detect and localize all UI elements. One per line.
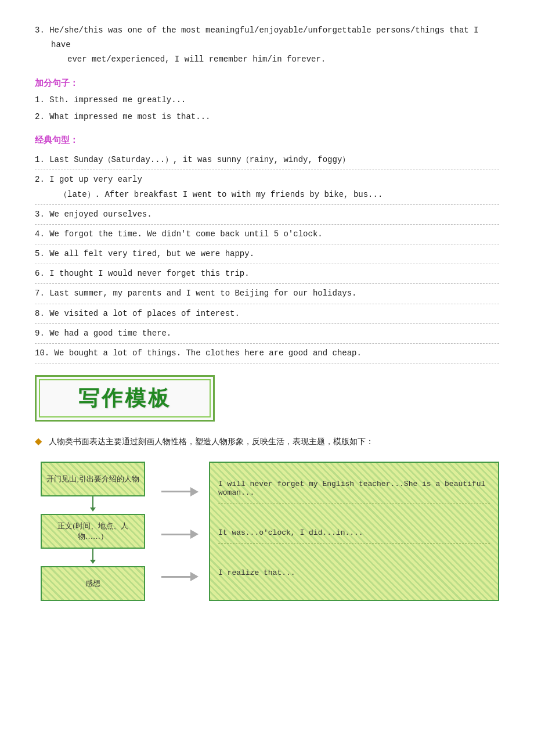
classic-item-5: 5. We all felt very tired, but we were h… [35, 244, 499, 264]
bonus-item-2: 2. What impressed me most is that... [35, 110, 499, 124]
right-section-3: I realize that... [218, 568, 490, 583]
classic-item-6: 6. I thought I would never forget this t… [35, 264, 499, 284]
classic-item-1: 1. Last Sunday（Saturday...）, it was sunn… [35, 150, 499, 170]
flow-box-2: 正文(时间、地点、人物……） [41, 514, 145, 549]
classic-item-3: 3. We enjoyed ourselves. [35, 205, 499, 225]
intro-text: 人物类书面表达主要通过刻画人物性格，塑造人物形象，反映生活，表现主题，模版如下： [49, 437, 374, 446]
classic-item-7: 7. Last summer, my parents and I went to… [35, 284, 499, 304]
classic-item-2: 2. I got up very early （late）. After bre… [35, 170, 499, 204]
item3-line1: 3. He/she/this was one of the most meani… [35, 23, 499, 52]
bonus-label: 加分句子： [35, 78, 499, 89]
bonus-list: 1. Sth. impressed me greatly... 2. What … [35, 93, 499, 125]
banner-inner-border [39, 379, 211, 417]
flowchart: 开门见山,引出要介绍的人物 正文(时间、地点、人物……） 感想 I will n [35, 462, 499, 601]
classic-label: 经典句型： [35, 135, 499, 146]
classic-item-9: 9. We had a good time there. [35, 324, 499, 344]
arrow-head-2 [190, 530, 199, 539]
right-section-2: It was...o'clock, I did...in.... [218, 528, 490, 543]
right-section-1: I will never forget my English teacher..… [218, 480, 490, 503]
intro-line: ◆ 人物类书面表达主要通过刻画人物性格，塑造人物形象，反映生活，表现主题，模版如… [35, 433, 499, 450]
arrow-right-3 [161, 572, 199, 581]
classic-item-4: 4. We forgot the time. We didn't come ba… [35, 225, 499, 244]
flow-mid [151, 462, 209, 601]
classic-item-8: 8. We visited a lot of places of interes… [35, 304, 499, 324]
flow-right: I will never forget my English teacher..… [209, 462, 499, 601]
banner-box: 写作模板 [35, 375, 215, 422]
classic-item-10: 10. We bought a lot of things. The cloth… [35, 344, 499, 363]
flow-box-3: 感想 [41, 566, 145, 601]
flow-arrow-1 [92, 496, 93, 508]
item3-line2: ever met/experienced, I will remember hi… [35, 52, 499, 67]
arrow-shaft-2 [161, 534, 190, 535]
arrow-head-3 [190, 572, 199, 581]
arrow-right-1 [161, 487, 199, 496]
bonus-item-1: 1. Sth. impressed me greatly... [35, 93, 499, 107]
arrow-shaft-1 [161, 491, 190, 492]
arrow-head-1 [190, 487, 199, 496]
flow-box-1: 开门见山,引出要介绍的人物 [41, 462, 145, 496]
arrow-shaft-3 [161, 576, 190, 578]
arrow-right-2 [161, 530, 199, 539]
flow-left: 开门见山,引出要介绍的人物 正文(时间、地点、人物……） 感想 [35, 462, 151, 601]
diamond-icon: ◆ [35, 436, 42, 446]
classic-list: 1. Last Sunday（Saturday...）, it was sunn… [35, 150, 499, 363]
flow-arrow-2 [92, 549, 93, 560]
item-3: 3. He/she/this was one of the most meani… [35, 23, 499, 67]
